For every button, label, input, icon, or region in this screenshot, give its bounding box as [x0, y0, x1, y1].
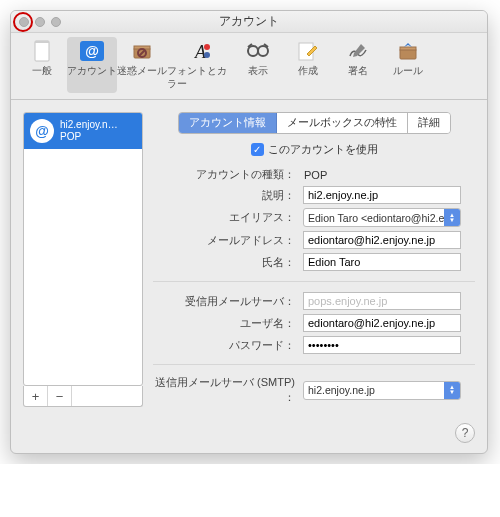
input-fullname[interactable] — [303, 253, 461, 271]
fonts-icon: A — [186, 39, 214, 63]
toolbar-fonts[interactable]: A フォントとカラー — [167, 37, 233, 93]
compose-icon — [294, 39, 322, 63]
help-button[interactable]: ? — [455, 423, 475, 443]
detail-tabs: アカウント情報 メールボックスの特性 詳細 — [178, 112, 451, 134]
remove-account-button[interactable]: − — [48, 386, 72, 406]
account-name: hi2.enjoy.n… — [60, 119, 118, 131]
label-email: メールアドレス： — [153, 233, 303, 248]
tab-mailbox-behavior[interactable]: メールボックスの特性 — [277, 113, 408, 133]
label-username: ユーザ名： — [153, 316, 303, 331]
label-description: 説明： — [153, 188, 303, 203]
input-password[interactable] — [303, 336, 461, 354]
select-smtp[interactable]: hi2.enjoy.ne.jp ▲▼ — [303, 381, 461, 400]
add-account-button[interactable]: + — [24, 386, 48, 406]
separator — [153, 281, 475, 282]
enable-account-row: ✓ このアカウントを使用 — [153, 142, 475, 157]
toolbar-label: フォントとカラー — [167, 65, 233, 91]
toolbar-label: 作成 — [298, 65, 318, 78]
enable-account-label: このアカウントを使用 — [268, 142, 378, 157]
select-smtp-value: hi2.enjoy.ne.jp — [308, 384, 375, 396]
toolbar-label: 一般 — [32, 65, 52, 78]
toolbar-general[interactable]: 一般 — [17, 37, 67, 93]
toolbar-signature[interactable]: 署名 — [333, 37, 383, 93]
select-alias[interactable]: Edion Taro <ediontaro@hi2.enj ▲▼ — [303, 208, 461, 227]
tab-account-info[interactable]: アカウント情報 — [179, 113, 277, 133]
label-alias: エイリアス： — [153, 210, 303, 225]
toolbar-compose[interactable]: 作成 — [283, 37, 333, 93]
label-account-type: アカウントの種類： — [153, 167, 303, 182]
account-kind: POP — [60, 131, 118, 143]
account-list-item[interactable]: @ hi2.enjoy.n… POP — [24, 113, 142, 149]
signature-icon — [344, 39, 372, 63]
account-detail-pane: アカウント情報 メールボックスの特性 詳細 ✓ このアカウントを使用 アカウント… — [153, 112, 475, 407]
account-at-icon: @ — [30, 119, 54, 143]
preferences-window: アカウント 一般 @ アカウント 迷惑メール A フォントとカラー — [10, 10, 488, 454]
sidebar-footer: + − — [23, 386, 143, 407]
svg-rect-17 — [400, 47, 416, 50]
toolbar-rules[interactable]: ルール — [383, 37, 433, 93]
junk-icon — [128, 39, 156, 63]
svg-point-12 — [258, 46, 268, 56]
toolbar-label: 表示 — [248, 65, 268, 78]
label-incoming-server: 受信用メールサーバ： — [153, 294, 303, 309]
value-account-type: POP — [303, 169, 475, 181]
toolbar-label: ルール — [393, 65, 423, 78]
rules-icon — [394, 39, 422, 63]
input-email[interactable] — [303, 231, 461, 249]
input-description[interactable] — [303, 186, 461, 204]
toolbar-junk[interactable]: 迷惑メール — [117, 37, 167, 93]
svg-point-11 — [248, 46, 258, 56]
select-alias-value: Edion Taro <ediontaro@hi2.enj — [308, 212, 452, 224]
view-icon — [244, 39, 272, 63]
chevron-up-down-icon: ▲▼ — [444, 209, 460, 226]
label-smtp: 送信用メールサーバ (SMTP) ： — [153, 375, 303, 405]
label-fullname: 氏名： — [153, 255, 303, 270]
toolbar-account[interactable]: @ アカウント — [67, 37, 117, 93]
toolbar-label: 迷惑メール — [117, 65, 167, 78]
enable-account-checkbox[interactable]: ✓ — [251, 143, 264, 156]
svg-rect-0 — [35, 41, 49, 61]
titlebar: アカウント — [11, 11, 487, 33]
input-username[interactable] — [303, 314, 461, 332]
toolbar-label: 署名 — [348, 65, 368, 78]
account-icon: @ — [78, 39, 106, 63]
label-password: パスワード： — [153, 338, 303, 353]
svg-text:@: @ — [85, 43, 99, 59]
tab-advanced[interactable]: 詳細 — [408, 113, 450, 133]
input-incoming-server — [303, 292, 461, 310]
general-icon — [28, 39, 56, 63]
svg-point-9 — [204, 44, 210, 50]
accounts-list[interactable]: @ hi2.enjoy.n… POP — [23, 112, 143, 386]
svg-point-10 — [204, 52, 210, 58]
prefs-toolbar: 一般 @ アカウント 迷惑メール A フォントとカラー 表示 — [11, 33, 487, 100]
svg-rect-1 — [35, 41, 49, 43]
accounts-sidebar: @ hi2.enjoy.n… POP + − — [23, 112, 143, 407]
content-area: @ hi2.enjoy.n… POP + − アカウント情報 メールボックスの特… — [11, 100, 487, 417]
toolbar-label: アカウント — [67, 65, 117, 78]
separator — [153, 364, 475, 365]
window-title: アカウント — [11, 13, 487, 30]
toolbar-view[interactable]: 表示 — [233, 37, 283, 93]
chevron-up-down-icon: ▲▼ — [444, 382, 460, 399]
